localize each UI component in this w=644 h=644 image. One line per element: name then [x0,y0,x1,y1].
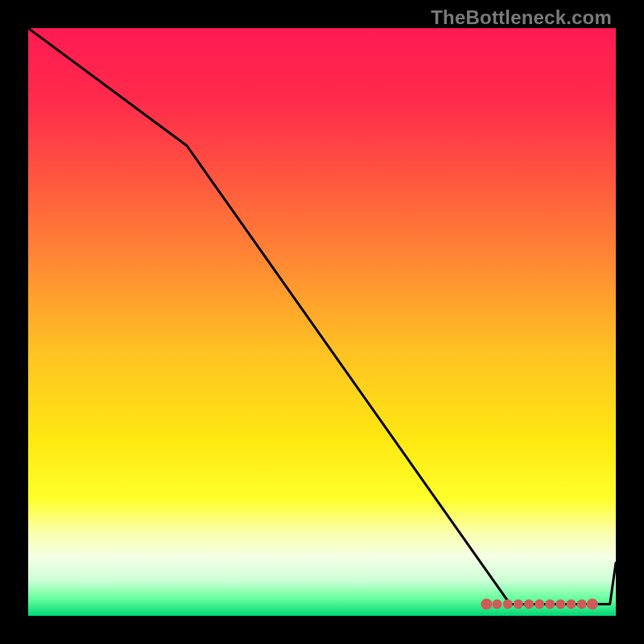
data-marker [555,599,565,609]
line-layer [28,28,616,616]
chart-stage: TheBottleneck.com [0,0,644,644]
data-marker [514,599,523,609]
data-marker [577,599,587,609]
marker-group [481,598,597,609]
data-curve [28,28,616,604]
watermark-text: TheBottleneck.com [431,6,612,29]
data-marker [545,599,555,609]
data-marker-end [481,598,492,609]
data-marker [503,599,513,609]
data-marker-end [587,598,598,609]
data-marker [524,599,534,609]
data-marker [493,599,502,609]
plot-area [28,28,616,616]
data-marker [567,599,576,609]
data-marker [535,599,544,609]
